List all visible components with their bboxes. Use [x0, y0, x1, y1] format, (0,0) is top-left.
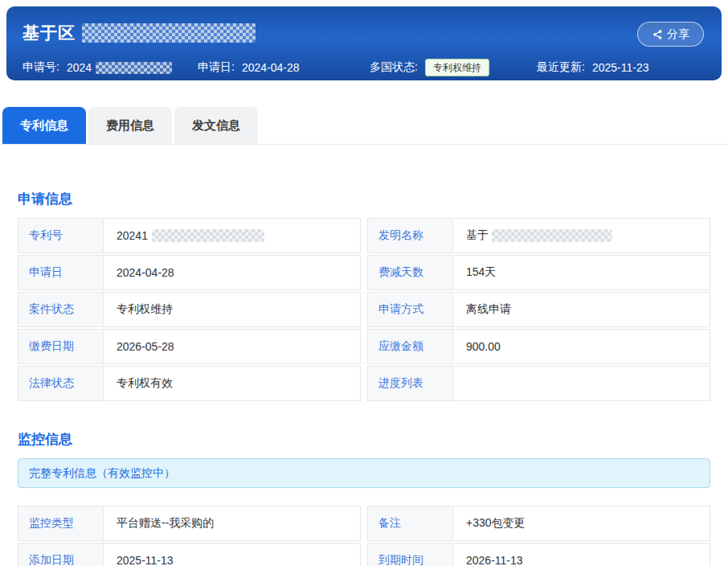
- field-label: 法律状态: [18, 367, 104, 400]
- filing-date-label: 申请日:: [198, 60, 235, 75]
- header-meta-row: 申请号: 2024 申请日: 2024-04-28 多国状态: 专利权维持 最近…: [22, 59, 704, 76]
- table-row: 缴费日期 2026-05-28 应缴金额 900.00: [18, 329, 710, 364]
- field-value: 2026-11-13: [453, 543, 710, 566]
- tab-document-info[interactable]: 发文信息: [174, 107, 258, 144]
- monitoring-info-heading: 监控信息: [18, 430, 710, 449]
- meta-filing-date: 申请日: 2024-04-28: [198, 60, 370, 75]
- field-label: 备注: [368, 507, 453, 540]
- field-label: 案件状态: [18, 293, 104, 326]
- field-value: 20241: [104, 219, 360, 252]
- table-row: 监控类型 平台赠送--我采购的 备注 +330包变更: [18, 506, 710, 541]
- field-pair: 进度列表: [367, 366, 710, 401]
- patent-number-redaction-blur: [152, 229, 264, 242]
- field-label: 缴费日期: [18, 330, 104, 363]
- multi-country-status-label: 多国状态:: [370, 60, 418, 75]
- field-pair: 申请方式 离线申请: [367, 292, 710, 327]
- tab-fee-info[interactable]: 费用信息: [88, 107, 172, 144]
- last-update-label: 最近更新:: [537, 60, 585, 75]
- field-pair: 法律状态 专利权有效: [18, 366, 361, 401]
- field-label: 费减天数: [368, 256, 453, 289]
- field-pair: 到期时间 2026-11-13: [367, 543, 710, 566]
- monitoring-info-table: 监控类型 平台赠送--我采购的 备注 +330包变更 添加日期 2025-11-…: [18, 506, 710, 566]
- field-label: 到期时间: [368, 543, 453, 566]
- field-pair: 案件状态 专利权维持: [18, 292, 361, 327]
- field-label: 发明名称: [368, 219, 453, 252]
- meta-multi-country-status: 多国状态: 专利权维持: [370, 59, 537, 76]
- field-value: 专利权维持: [104, 293, 360, 326]
- field-value: 离线申请: [453, 293, 710, 326]
- last-update-value: 2025-11-23: [592, 61, 649, 74]
- field-label: 监控类型: [18, 507, 104, 540]
- field-label: 应缴金额: [368, 330, 453, 363]
- page-title: 基于区: [22, 22, 256, 44]
- table-row: 法律状态 专利权有效 进度列表: [18, 366, 710, 401]
- field-pair: 应缴金额 900.00: [367, 329, 710, 364]
- field-pair: 发明名称 基于: [367, 218, 710, 253]
- tab-patent-info[interactable]: 专利信息: [2, 107, 86, 144]
- share-button[interactable]: 分享: [637, 22, 704, 47]
- application-number-value: 2024: [67, 61, 172, 74]
- page-title-text: 基于区: [22, 22, 76, 44]
- application-info-heading: 申请信息: [18, 190, 710, 208]
- application-info-table: 专利号 20241 发明名称 基于 申请日 2024-04-28 费减天数: [18, 218, 710, 401]
- table-row: 申请日 2024-04-28 费减天数 154天: [18, 255, 710, 290]
- field-value: 900.00: [453, 330, 710, 363]
- field-pair: 申请日 2024-04-28: [18, 255, 361, 290]
- field-pair: 专利号 20241: [18, 218, 361, 253]
- field-pair: 费减天数 154天: [367, 255, 710, 290]
- header-title-row: 基于区 分享: [22, 22, 704, 47]
- field-value: 专利权有效: [104, 367, 360, 400]
- field-label: 申请方式: [368, 293, 453, 326]
- application-number-redaction-blur: [96, 62, 172, 74]
- monitoring-notice-bar: 完整专利信息（有效监控中）: [18, 458, 710, 488]
- field-label: 申请日: [18, 256, 104, 289]
- field-pair: 监控类型 平台赠送--我采购的: [18, 506, 361, 541]
- field-value: +330包变更: [453, 507, 710, 540]
- table-row: 添加日期 2025-11-13 到期时间 2026-11-13: [18, 543, 710, 566]
- patent-header-card: 基于区 分享 申请号: 2024 申请日: 2024-04-28 多国状态: 专…: [6, 6, 722, 80]
- field-label: 进度列表: [368, 367, 453, 400]
- field-value: 2026-05-28: [104, 330, 360, 363]
- share-icon: [652, 29, 663, 40]
- tab-bar: 专利信息 费用信息 发文信息: [0, 107, 728, 145]
- field-label: 添加日期: [18, 543, 104, 566]
- tab-content: 申请信息 专利号 20241 发明名称 基于 申请日 2024-04: [0, 190, 728, 566]
- invention-name-redaction-blur: [492, 229, 612, 242]
- table-row: 案件状态 专利权维持 申请方式 离线申请: [18, 292, 710, 327]
- field-label: 专利号: [18, 219, 104, 252]
- meta-last-update: 最近更新: 2025-11-23: [537, 60, 704, 75]
- filing-date-value: 2024-04-28: [242, 61, 300, 74]
- share-button-label: 分享: [667, 27, 689, 42]
- field-value: [453, 367, 710, 400]
- status-badge: 专利权维持: [425, 59, 489, 76]
- title-redaction-blur: [82, 23, 256, 43]
- field-value: 平台赠送--我采购的: [104, 507, 360, 540]
- table-row: 专利号 20241 发明名称 基于: [18, 218, 710, 253]
- field-value: 2024-04-28: [104, 256, 360, 289]
- field-value: 基于: [453, 219, 710, 252]
- field-value: 154天: [453, 256, 710, 289]
- field-pair: 添加日期 2025-11-13: [18, 543, 361, 566]
- meta-application-number: 申请号: 2024: [22, 60, 198, 75]
- application-number-label: 申请号:: [22, 60, 59, 75]
- field-value: 2025-11-13: [104, 543, 360, 566]
- field-pair: 缴费日期 2026-05-28: [18, 329, 361, 364]
- field-pair: 备注 +330包变更: [367, 506, 710, 541]
